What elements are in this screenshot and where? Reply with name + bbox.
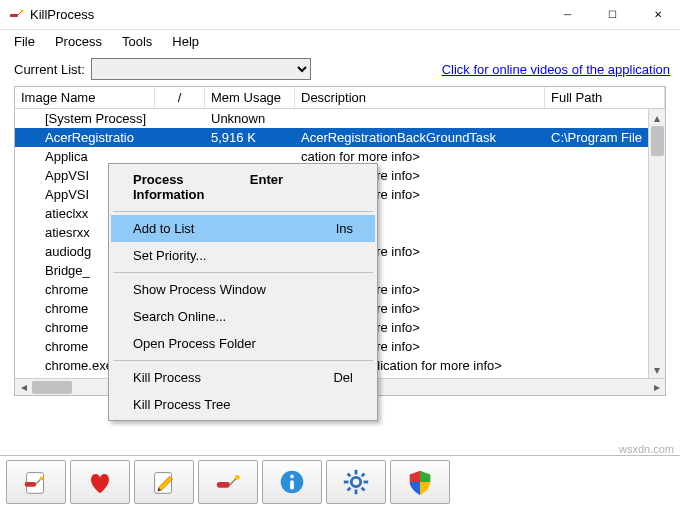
svg-point-6: [40, 476, 44, 480]
scroll-right-icon[interactable]: ▸: [648, 379, 665, 396]
context-menu-item-shortcut: Ins: [336, 221, 353, 236]
toolbar-heart-button[interactable]: [70, 460, 130, 504]
context-menu-header-shortcut: Enter: [250, 172, 283, 202]
svg-line-20: [362, 488, 365, 491]
toolbar-settings-button[interactable]: [326, 460, 386, 504]
context-menu-item[interactable]: Show Process Window: [111, 276, 375, 303]
scroll-up-icon[interactable]: ▴: [649, 109, 665, 126]
svg-line-19: [348, 474, 351, 477]
context-menu: Process Information Enter Add to ListIns…: [108, 163, 378, 421]
close-button[interactable]: ✕: [635, 0, 680, 30]
cell-full-path: C:\Program File: [545, 130, 665, 145]
col-full-path[interactable]: Full Path: [545, 87, 665, 108]
dynamite-icon: [213, 467, 243, 497]
menubar: File Process Tools Help: [0, 30, 680, 52]
svg-point-10: [235, 475, 240, 480]
vertical-scrollbar[interactable]: ▴ ▾: [648, 109, 665, 378]
table-row[interactable]: AcerRegistratio5,916 KAcerRegistrationBa…: [15, 128, 665, 147]
cell-image-name: Applica: [15, 149, 205, 164]
svg-line-22: [348, 488, 351, 491]
svg-rect-4: [25, 482, 36, 487]
info-icon: [277, 467, 307, 497]
context-menu-item-label: Kill Process: [133, 370, 201, 385]
context-menu-item[interactable]: Kill ProcessDel: [111, 364, 375, 391]
context-menu-header[interactable]: Process Information Enter: [111, 166, 375, 208]
scroll-left-icon[interactable]: ◂: [15, 379, 32, 396]
svg-line-21: [362, 474, 365, 477]
cell-mem-usage: 5,916 K: [205, 130, 295, 145]
menu-tools[interactable]: Tools: [112, 32, 162, 51]
menu-separator: [113, 211, 373, 212]
svg-point-12: [290, 475, 294, 479]
toolbar-info-button[interactable]: [262, 460, 322, 504]
minimize-button[interactable]: ─: [545, 0, 590, 30]
context-menu-item[interactable]: Search Online...: [111, 303, 375, 330]
bottom-toolbar: [0, 455, 680, 509]
svg-rect-8: [217, 482, 230, 488]
context-menu-item-label: Open Process Folder: [133, 336, 256, 351]
videos-link[interactable]: Click for online videos of the applicati…: [442, 62, 670, 77]
cell-description: AcerRegistrationBackGroundTask: [295, 130, 545, 145]
context-menu-item[interactable]: Set Priority...: [111, 242, 375, 269]
heart-icon: [85, 467, 115, 497]
svg-point-14: [351, 477, 360, 486]
watermark: wsxdn.com: [619, 443, 674, 455]
context-menu-item[interactable]: Add to ListIns: [111, 215, 375, 242]
cell-image-name: [System Process]: [15, 111, 205, 126]
context-menu-item-label: Set Priority...: [133, 248, 206, 263]
svg-rect-13: [290, 480, 294, 489]
shield-icon: [405, 467, 435, 497]
col-sort-indicator[interactable]: /: [155, 87, 205, 108]
context-menu-item-label: Search Online...: [133, 309, 226, 324]
toolbar-dynamite-note-button[interactable]: [6, 460, 66, 504]
context-menu-item[interactable]: Kill Process Tree: [111, 391, 375, 418]
current-list-row: Current List: Click for online videos of…: [0, 52, 680, 84]
cell-image-name: AcerRegistratio: [15, 130, 205, 145]
toolbar-shield-button[interactable]: [390, 460, 450, 504]
window-title: KillProcess: [30, 7, 94, 22]
context-menu-item-label: Show Process Window: [133, 282, 266, 297]
col-image-name[interactable]: Image Name: [15, 87, 155, 108]
toolbar-edit-button[interactable]: [134, 460, 194, 504]
menu-file[interactable]: File: [4, 32, 45, 51]
current-list-label: Current List:: [14, 62, 85, 77]
context-menu-item-label: Kill Process Tree: [133, 397, 231, 412]
context-menu-item[interactable]: Open Process Folder: [111, 330, 375, 357]
pencil-note-icon: [149, 467, 179, 497]
menu-help[interactable]: Help: [162, 32, 209, 51]
menu-process[interactable]: Process: [45, 32, 112, 51]
col-mem-usage[interactable]: Mem Usage: [205, 87, 295, 108]
menu-separator: [113, 360, 373, 361]
table-row[interactable]: [System Process]Unknown: [15, 109, 665, 128]
current-list-dropdown[interactable]: [91, 58, 311, 80]
cell-description: cation for more info>: [295, 149, 545, 164]
toolbar-kill-button[interactable]: [198, 460, 258, 504]
context-menu-item-label: Add to List: [133, 221, 194, 236]
maximize-button[interactable]: ☐: [590, 0, 635, 30]
titlebar: KillProcess ─ ☐ ✕: [0, 0, 680, 30]
col-description[interactable]: Description: [295, 87, 545, 108]
app-icon: [8, 7, 24, 23]
scroll-down-icon[interactable]: ▾: [649, 361, 665, 378]
hscroll-thumb[interactable]: [32, 381, 72, 394]
table-header: Image Name / Mem Usage Description Full …: [15, 87, 665, 109]
svg-point-2: [21, 9, 24, 12]
vscroll-thumb[interactable]: [651, 126, 664, 156]
dynamite-note-icon: [21, 467, 51, 497]
context-menu-header-label: Process Information: [133, 172, 250, 202]
cell-mem-usage: Unknown: [205, 111, 295, 126]
context-menu-item-shortcut: Del: [333, 370, 353, 385]
svg-rect-0: [10, 14, 18, 17]
gear-icon: [341, 467, 371, 497]
menu-separator: [113, 272, 373, 273]
